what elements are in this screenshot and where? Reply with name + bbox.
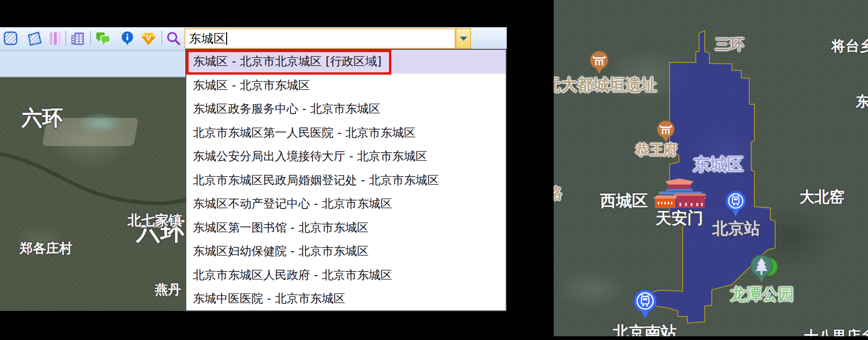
tiananmen-landmark-icon[interactable]	[652, 177, 708, 209]
village-label: 燕丹	[155, 281, 181, 299]
park-label: 龙潭公园	[730, 284, 794, 305]
toolbar-separator	[90, 31, 91, 46]
suggestion-item[interactable]: 东城区政务服务中心 - 北京市东城区	[186, 97, 506, 121]
suggestion-item[interactable]: 北京市东城区民政局婚姻登记处 - 北京市东城区	[186, 169, 506, 193]
village-label: 郑各庄村	[20, 240, 72, 257]
selected-result-highlight-box	[186, 50, 391, 75]
chat-icon[interactable]	[95, 31, 111, 46]
suggestion-item[interactable]: 东城公安分局出入境接待大厅 - 北京市东城区	[186, 145, 506, 169]
town-label: 北七家镇	[128, 211, 182, 230]
chevron-down-icon	[460, 37, 467, 41]
suggestion-item[interactable]: 东城区 - 北京市东城区	[186, 74, 506, 98]
right-map-canvas[interactable]: 三环 将台乡 元大都城垣遗址 恭王府 东城区 西城区 大北窑 天安门 北京站 龙…	[554, 0, 868, 340]
app-window: 六环 六环 北七家镇 郑各庄村 燕丹	[0, 0, 868, 340]
suggestion-item[interactable]: 东城区妇幼保健院 - 北京市东城区	[186, 240, 506, 263]
township-label: 将台乡	[831, 37, 868, 56]
partial-label: 路	[554, 183, 562, 204]
district-label: 西城区	[600, 190, 648, 212]
suggestion-item[interactable]: 北京市东城区人民政府 - 北京市东城区	[186, 263, 506, 287]
data-table-icon[interactable]	[70, 31, 85, 46]
hatched-region-icon[interactable]	[4, 31, 17, 45]
place-label: 大北窑	[799, 187, 845, 208]
road-label: 六环	[22, 104, 63, 132]
suggestion-item[interactable]: 东城中医医院 - 北京市东城区	[186, 287, 506, 311]
suggestion-item[interactable]: 东城区第一图书馆 - 北京市东城区	[186, 216, 506, 240]
vertical-bars-icon[interactable]	[50, 32, 62, 45]
district-label: 东城区	[693, 153, 744, 176]
search-input-value: 东城区	[189, 31, 226, 46]
search-suggestions-list: 东城区 - 北京市北京城区 [行政区域] 东城区 - 北京市东城区 东城区政务服…	[185, 49, 507, 311]
train-station-marker[interactable]	[725, 191, 746, 218]
toolbar-separator	[65, 31, 66, 46]
suggestion-item[interactable]: 东城区不动产登记中心 - 北京市东城区	[186, 192, 506, 216]
partial-label: 东	[856, 92, 868, 111]
station-label: 北京站	[712, 218, 760, 240]
poi-label: 天安门	[655, 208, 703, 229]
train-station-marker[interactable]	[633, 289, 657, 320]
monument-marker[interactable]	[657, 120, 675, 143]
poi-label: 元大都城垣遗址	[554, 74, 657, 96]
search-icon[interactable]	[166, 31, 181, 46]
svg-text:V: V	[146, 34, 151, 42]
info-pin-icon[interactable]	[121, 31, 134, 46]
hatched-polygon-icon[interactable]	[26, 31, 42, 46]
poi-label: 恭王府	[635, 140, 678, 160]
toolbar-separator	[161, 31, 162, 46]
search-input[interactable]: 东城区	[184, 28, 456, 49]
bottom-letterbox-bar	[554, 336, 868, 340]
road-label: 三环	[715, 35, 744, 54]
monument-marker[interactable]	[590, 51, 609, 74]
text-caret	[226, 32, 227, 45]
search-dropdown-button[interactable]	[456, 28, 471, 49]
park-marker[interactable]	[750, 255, 773, 284]
suggestion-item[interactable]: 北京市东城区第一人民医院 - 北京市东城区	[186, 121, 506, 145]
gem-v-icon[interactable]: V	[141, 31, 156, 46]
